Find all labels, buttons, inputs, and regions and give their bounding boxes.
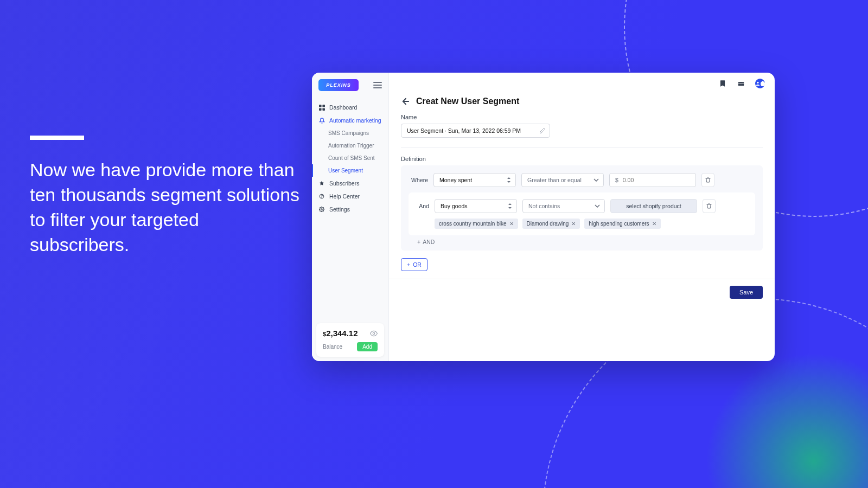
plus-icon: + bbox=[417, 239, 420, 245]
chevron-down-icon bbox=[595, 204, 600, 208]
tag-label: Diamond drawing bbox=[527, 221, 569, 227]
add-and-label: AND bbox=[423, 239, 435, 245]
accent-bar bbox=[30, 136, 84, 140]
plus-icon: + bbox=[407, 261, 410, 268]
balance-amount: $2,344.12 bbox=[323, 329, 358, 338]
operator-value: Greater than or equal bbox=[527, 177, 582, 183]
field-value-2: Buy goods bbox=[441, 203, 468, 209]
bookmark-icon[interactable] bbox=[718, 79, 727, 88]
tag-label: cross country mountain bike bbox=[439, 221, 507, 227]
operator-select-2[interactable]: Not contains bbox=[522, 199, 605, 213]
sidebar-item-label: Automatic marketing bbox=[329, 117, 381, 124]
and-label: And bbox=[415, 203, 429, 209]
where-label: Where bbox=[409, 177, 428, 183]
rule-row-where: Where Money spent Greater than or equal bbox=[409, 173, 755, 187]
remove-tag-icon[interactable]: ✕ bbox=[509, 221, 514, 227]
sidebar-item-label: Settings bbox=[329, 206, 350, 213]
tags-row: cross country mountain bike✕ Diamond dra… bbox=[415, 219, 749, 229]
chevron-down-icon bbox=[593, 178, 599, 182]
footer: Save bbox=[389, 279, 775, 305]
edit-icon[interactable] bbox=[539, 127, 546, 134]
delete-rule-button[interactable] bbox=[701, 173, 714, 187]
marketing-copy: Now we have provide more than ten thousa… bbox=[30, 136, 301, 257]
svg-rect-1 bbox=[322, 105, 325, 107]
sidebar-item-automation-trigger[interactable]: Automation Trigger bbox=[312, 139, 388, 152]
sidebar-item-subscribers[interactable]: Subscribers bbox=[312, 177, 388, 190]
pin-icon bbox=[318, 180, 325, 187]
currency-symbol: $ bbox=[615, 177, 618, 183]
divider bbox=[401, 147, 763, 148]
balance-label: Balance bbox=[323, 344, 342, 350]
nav: Dashboard Automatic marketing SMS Campai… bbox=[312, 95, 388, 319]
add-and-button[interactable]: + AND bbox=[409, 235, 755, 245]
sidebar: PLEXINS Dashboard Automatic marketing SM… bbox=[312, 73, 389, 361]
inbox-icon[interactable] bbox=[737, 79, 745, 88]
sidebar-item-label: User Segment bbox=[328, 168, 363, 174]
svg-point-7 bbox=[373, 332, 375, 335]
main-content: Creat New User Segment Name Definition W… bbox=[389, 73, 775, 361]
operator-select[interactable]: Greater than or equal bbox=[521, 173, 604, 187]
field-value: Money spent bbox=[439, 177, 472, 183]
tag: cross country mountain bike✕ bbox=[435, 219, 518, 229]
menu-toggle-icon[interactable] bbox=[373, 82, 382, 88]
field-select[interactable]: Money spent bbox=[433, 173, 516, 187]
logo[interactable]: PLEXINS bbox=[318, 79, 359, 91]
rule-row-and: And Buy goods Not contains bbox=[415, 199, 749, 213]
tag: Diamond drawing✕ bbox=[522, 219, 580, 229]
save-button[interactable]: Save bbox=[730, 286, 763, 299]
sidebar-item-user-segment[interactable]: User Segment bbox=[312, 164, 388, 177]
sidebar-item-automatic-marketing[interactable]: Automatic marketing bbox=[312, 114, 388, 127]
balance-value: 2,344.12 bbox=[326, 329, 358, 338]
sidebar-item-settings[interactable]: Settings bbox=[312, 203, 388, 216]
page-title: Creat New User Segment bbox=[416, 97, 519, 106]
svg-point-5 bbox=[322, 197, 322, 198]
add-balance-button[interactable]: Add bbox=[357, 342, 378, 351]
marketing-text: Now we have provide more than ten thousa… bbox=[30, 157, 301, 257]
eye-icon[interactable] bbox=[370, 330, 378, 337]
sidebar-item-label: SMS Campaigns bbox=[328, 130, 369, 136]
balance-card: $2,344.12 Balance Add bbox=[316, 323, 384, 357]
money-input-wrap: $ bbox=[609, 173, 696, 187]
definition-label: Definition bbox=[401, 156, 763, 162]
sort-icon bbox=[508, 203, 512, 209]
select-product-button[interactable]: select shopify product bbox=[610, 199, 697, 213]
svg-rect-3 bbox=[322, 108, 325, 111]
sidebar-item-sms-campaigns[interactable]: SMS Campaigns bbox=[312, 127, 388, 139]
field-select-2[interactable]: Buy goods bbox=[435, 199, 517, 213]
remove-tag-icon[interactable]: ✕ bbox=[571, 221, 576, 227]
tag-label: high spending customers bbox=[589, 221, 649, 227]
avatar-icon[interactable] bbox=[755, 79, 765, 88]
add-or-button[interactable]: + OR bbox=[401, 258, 427, 271]
sidebar-item-help-center[interactable]: Help Center bbox=[312, 190, 388, 203]
sort-icon bbox=[507, 177, 511, 183]
operator-value-2: Not contains bbox=[528, 203, 560, 209]
segment-name-input[interactable] bbox=[401, 124, 550, 138]
svg-rect-2 bbox=[319, 108, 322, 111]
amount-input[interactable] bbox=[623, 177, 690, 183]
tag: high spending customers✕ bbox=[584, 219, 660, 229]
svg-point-6 bbox=[321, 209, 323, 210]
sidebar-item-label: Subscribers bbox=[329, 180, 359, 187]
nested-rule: And Buy goods Not contains bbox=[409, 192, 755, 235]
sidebar-item-label: Help Center bbox=[329, 193, 360, 200]
remove-tag-icon[interactable]: ✕ bbox=[652, 221, 656, 227]
sidebar-item-dashboard[interactable]: Dashboard bbox=[312, 101, 388, 114]
svg-rect-0 bbox=[319, 105, 322, 107]
help-icon bbox=[318, 193, 325, 200]
definition-box: Where Money spent Greater than or equal bbox=[401, 165, 763, 251]
delete-rule-button-2[interactable] bbox=[703, 199, 716, 213]
sidebar-item-label: Dashboard bbox=[329, 104, 357, 111]
gear-icon bbox=[318, 206, 325, 213]
sidebar-item-label: Automation Trigger bbox=[328, 143, 374, 149]
back-arrow-icon[interactable] bbox=[401, 97, 411, 106]
sidebar-item-count-sms[interactable]: Count of SMS Sent bbox=[312, 152, 388, 164]
bell-icon bbox=[318, 117, 325, 124]
or-label: OR bbox=[413, 261, 422, 268]
sidebar-item-label: Count of SMS Sent bbox=[328, 155, 375, 161]
topbar bbox=[389, 73, 775, 94]
grid-icon bbox=[318, 104, 325, 111]
app-window: PLEXINS Dashboard Automatic marketing SM… bbox=[312, 73, 775, 361]
name-label: Name bbox=[401, 114, 763, 120]
svg-point-9 bbox=[757, 82, 758, 84]
